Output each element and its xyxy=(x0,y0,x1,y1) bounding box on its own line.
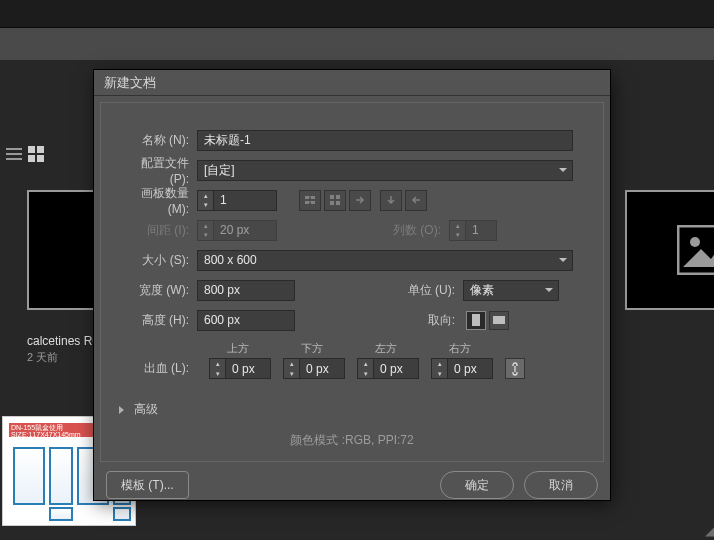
bleed-bottom-spinner[interactable]: ▴▾ xyxy=(283,358,345,379)
label-bleed-bottom: 下方 xyxy=(283,341,345,356)
label-size: 大小 (S): xyxy=(119,252,197,269)
bleed-top-spinner[interactable]: ▴▾ xyxy=(209,358,271,379)
label-bleed-right: 右方 xyxy=(431,341,493,356)
label-bleed-left: 左方 xyxy=(357,341,419,356)
spacing-spinner: ▴▾ xyxy=(197,220,277,241)
advanced-label: 高级 xyxy=(134,401,158,418)
units-select[interactable]: 像素 xyxy=(463,280,559,301)
recent-file-2-subtitle: 8 下午 xyxy=(625,350,714,365)
orientation-portrait-button[interactable] xyxy=(466,311,486,330)
bleed-bottom-input[interactable] xyxy=(300,359,344,378)
app-toolbar xyxy=(0,28,714,60)
label-bleed: 出血 (L): xyxy=(119,358,197,379)
artboard-count-input[interactable] xyxy=(214,191,276,210)
orientation-landscape-button[interactable] xyxy=(489,311,509,330)
label-columns: 列数 (O): xyxy=(377,222,449,239)
thumb-red-line2: SIZE:117X47X145mm xyxy=(11,431,81,438)
view-list-icon[interactable] xyxy=(6,146,22,162)
resize-grip-icon[interactable]: ◢ xyxy=(705,524,712,538)
chevron-right-icon xyxy=(119,406,128,414)
dialog-footer: 模板 (T)... 确定 取消 xyxy=(94,462,610,508)
profile-select[interactable]: [自定] xyxy=(197,160,573,181)
size-select[interactable]: 800 x 600 xyxy=(197,250,573,271)
spinner-handle-icon[interactable]: ▴▾ xyxy=(198,191,214,210)
arrange-row-rtl-icon xyxy=(349,190,371,211)
view-grid-icon[interactable] xyxy=(28,146,44,162)
app-topbar xyxy=(0,0,714,28)
advanced-disclosure[interactable]: 高级 xyxy=(119,401,585,418)
label-profile: 配置文件 (P): xyxy=(119,155,197,186)
dialog-title: 新建文档 xyxy=(94,70,610,96)
cancel-button[interactable]: 取消 xyxy=(524,471,598,499)
svg-point-1 xyxy=(690,237,700,247)
artboard-arrange-group xyxy=(299,190,427,211)
label-artboard-count: 画板数量 (M): xyxy=(119,185,197,216)
new-document-dialog: 新建文档 名称 (N): 配置文件 (P): [自定] 画板数量 (M): ▴▾ xyxy=(94,70,610,500)
width-input[interactable] xyxy=(197,280,295,301)
spacing-input xyxy=(214,221,276,240)
arrange-grid-col-icon xyxy=(324,190,346,211)
dialog-body: 名称 (N): 配置文件 (P): [自定] 画板数量 (M): ▴▾ xyxy=(100,102,604,462)
arrange-grid-row-icon xyxy=(299,190,321,211)
label-units: 单位 (U): xyxy=(391,282,463,299)
label-spacing: 间距 (I): xyxy=(119,222,197,239)
color-mode-text: 颜色模式 :RGB, PPI:72 xyxy=(119,432,585,449)
arrange-row-ltr-icon xyxy=(405,190,427,211)
view-toggle-group xyxy=(6,146,44,162)
label-height: 高度 (H): xyxy=(119,312,197,329)
arrange-col-icon xyxy=(380,190,402,211)
columns-input xyxy=(466,221,496,240)
image-placeholder-icon xyxy=(625,190,714,310)
artboard-count-spinner[interactable]: ▴▾ xyxy=(197,190,277,211)
name-input[interactable] xyxy=(197,130,573,151)
bleed-left-input[interactable] xyxy=(374,359,418,378)
bleed-left-spinner[interactable]: ▴▾ xyxy=(357,358,419,379)
bleed-link-button[interactable] xyxy=(505,358,525,379)
ok-button[interactable]: 确定 xyxy=(440,471,514,499)
height-input[interactable] xyxy=(197,310,295,331)
label-name: 名称 (N): xyxy=(119,132,197,149)
thumb-red-line1: DN-155鼠盒使用 xyxy=(11,424,63,431)
columns-spinner: ▴▾ xyxy=(449,220,497,241)
label-bleed-top: 上方 xyxy=(209,341,271,356)
bleed-top-input[interactable] xyxy=(226,359,270,378)
recent-file-2[interactable]: OTON 3.ai 8 下午 xyxy=(625,190,714,365)
bleed-right-input[interactable] xyxy=(448,359,492,378)
recent-file-2-title: OTON 3.ai xyxy=(625,334,714,348)
label-orientation: 取向: xyxy=(391,312,463,329)
templates-button[interactable]: 模板 (T)... xyxy=(106,471,189,499)
bleed-right-spinner[interactable]: ▴▾ xyxy=(431,358,493,379)
label-width: 宽度 (W): xyxy=(119,282,197,299)
